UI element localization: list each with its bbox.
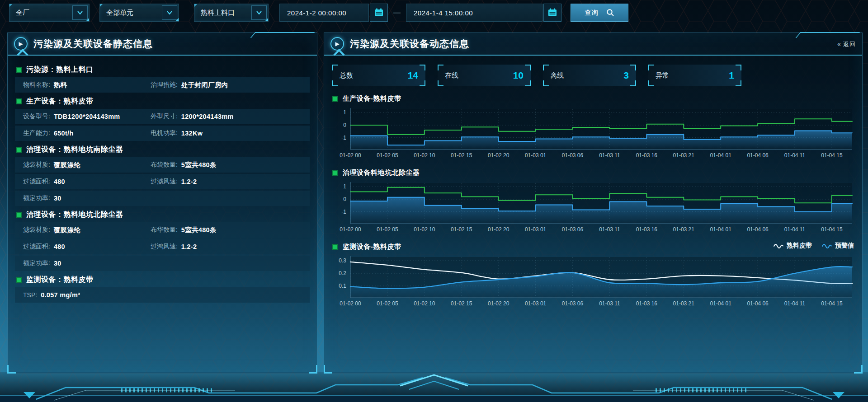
field-label: 设备型号:: [23, 112, 50, 121]
section-header-label: 治理设备：熟料地坑北除尘器: [26, 210, 123, 220]
section-header-label: 治理设备：熟料地坑南除尘器: [26, 145, 123, 154]
svg-text:01-02 00: 01-02 00: [340, 300, 361, 307]
stat-value: 3: [623, 70, 629, 81]
source-select[interactable]: 熟料上料口: [194, 4, 269, 22]
corner-bracket: [543, 65, 549, 70]
info-cell: 滤袋材质:覆膜涤纶: [15, 161, 151, 169]
green-square-icon: [16, 277, 22, 283]
chart-block: 生产设备-熟料皮带10-101-02 0001-02 0501-02 1001-…: [331, 93, 855, 160]
corner-bracket: [420, 80, 425, 86]
info-row: 额定功率:30: [15, 191, 310, 206]
unit-select[interactable]: 全部单元: [99, 4, 179, 22]
green-square-icon: [332, 170, 338, 176]
chart-block: 治理设备料地坑北除尘器10-101-02 0001-02 0501-02 100…: [331, 167, 855, 234]
green-square-icon: [332, 244, 338, 250]
corner-bracket: [420, 65, 425, 70]
field-value: 0.057 mg/m³: [41, 291, 80, 299]
chart-title: 监测设备-熟料皮带: [343, 243, 401, 251]
section-header: 监测设备：熟料皮带: [15, 273, 310, 286]
field-label: 过滤面积:: [23, 178, 50, 186]
query-button[interactable]: 查询: [571, 4, 628, 22]
field-label: 额定功率:: [23, 259, 50, 267]
field-label: 过滤面积:: [23, 243, 50, 251]
green-square-icon: [332, 96, 338, 102]
chevron-down-icon: [251, 5, 267, 20]
info-row: 设备型号:TDB1200*204143mm外型尺寸:1200*204143mm: [15, 109, 310, 124]
corner-bracket: [438, 65, 443, 70]
svg-text:01-02 20: 01-02 20: [488, 300, 509, 307]
section-header: 治理设备：熟料地坑北除尘器: [15, 208, 310, 221]
end-date-calendar-button[interactable]: [543, 4, 561, 22]
corner-bracket: [630, 65, 636, 70]
field-value: 熟料: [54, 81, 67, 89]
svg-text:01-04 06: 01-04 06: [747, 226, 769, 233]
svg-text:0: 0: [343, 196, 346, 202]
wave-line-icon: [774, 243, 783, 248]
start-date-calendar-button[interactable]: [370, 4, 388, 22]
svg-text:01-02 05: 01-02 05: [377, 152, 398, 159]
info-row: 滤袋材质:覆膜涤纶布袋数量:5室共480条: [15, 157, 310, 173]
field-label: 布袋数量:: [151, 161, 178, 169]
info-cell: 过滤面积:480: [15, 243, 151, 251]
svg-text:01-03 01: 01-03 01: [525, 300, 547, 307]
section-header: 污染源：熟料上料口: [15, 63, 310, 76]
svg-text:-1: -1: [341, 209, 346, 215]
corner-bracket: [525, 80, 531, 86]
svg-text:01-03 11: 01-03 11: [599, 226, 620, 233]
chart-legend: 熟料皮带预警信: [774, 242, 854, 250]
field-value: 480: [54, 178, 65, 185]
plant-select[interactable]: 全厂: [9, 4, 90, 22]
chart-canvas: 10-101-02 0001-02 0501-02 1001-02 1501-0…: [331, 107, 855, 160]
corner-bracket: [543, 80, 549, 86]
chart-header: 治理设备料地坑北除尘器: [331, 167, 855, 178]
svg-text:01-02 15: 01-02 15: [451, 152, 472, 159]
svg-text:01-03 06: 01-03 06: [562, 300, 584, 307]
info-cell: 设备型号:TDB1200*204143mm: [15, 112, 151, 121]
info-cell: 额定功率:30: [15, 194, 151, 202]
field-label: 过滤风速:: [151, 178, 178, 186]
field-value: 5室共480条: [181, 226, 217, 234]
info-cell: 布华数量:5室共480条: [151, 226, 310, 234]
stat-value: 1: [729, 70, 734, 81]
svg-text:0.1: 0.1: [339, 283, 346, 289]
dynamic-info-body: 总数14在线10离线3异常1 生产设备-熟料皮带10-101-02 0001-0…: [324, 56, 862, 309]
field-value: 处于封闭厂房内: [181, 81, 228, 89]
svg-text:01-04 01: 01-04 01: [710, 300, 732, 307]
calendar-icon: [374, 8, 384, 18]
svg-text:01-04 11: 01-04 11: [784, 152, 806, 159]
svg-text:01-02 10: 01-02 10: [414, 300, 435, 307]
field-value: 30: [54, 260, 61, 267]
field-value: 1.2-2: [181, 178, 197, 185]
play-icon: ▶: [330, 37, 344, 51]
end-date-input[interactable]: 2024-1-4 15:00:00: [406, 4, 542, 22]
back-button[interactable]: « 返回: [837, 40, 856, 48]
legend-label: 预警信: [835, 242, 854, 250]
svg-text:0.2: 0.2: [339, 270, 346, 276]
legend-label: 熟料皮带: [787, 242, 812, 250]
stat-label: 离线: [550, 71, 564, 80]
field-label: 电机功率:: [151, 129, 178, 137]
svg-text:1: 1: [343, 183, 346, 190]
corner-bracket: [648, 80, 654, 86]
svg-text:01-02 10: 01-02 10: [414, 226, 435, 233]
field-value: 1.2-2: [181, 243, 197, 250]
start-date-input[interactable]: 2024-1-2 00:00:00: [279, 4, 369, 22]
field-value: 132Kw: [181, 130, 203, 137]
field-value: 480: [54, 243, 65, 250]
field-label: 治理措施:: [151, 81, 178, 89]
field-label: 过鸿风速:: [151, 243, 178, 251]
svg-text:01-04 11: 01-04 11: [784, 226, 806, 233]
static-info-header: ▶ 污染源及关联设备静态信息: [8, 33, 317, 56]
stat-value: 14: [408, 70, 418, 81]
charts-area: 生产设备-熟料皮带10-101-02 0001-02 0501-02 1001-…: [331, 93, 855, 309]
info-cell: 滤袋材质:覆膜涤纶: [15, 226, 151, 234]
play-icon: ▶: [14, 37, 28, 51]
legend-item[interactable]: 预警信: [822, 242, 854, 250]
info-row: 过滤面积:480过滤风速:1.2-2: [15, 174, 310, 189]
field-value: 覆膜涤纶: [54, 226, 80, 234]
info-cell: 生产能力:650t/h: [15, 129, 151, 137]
section-header: 生产设备：熟料皮带: [15, 94, 310, 108]
legend-item[interactable]: 熟料皮带: [774, 242, 812, 250]
section-header-label: 生产设备：熟料皮带: [26, 97, 94, 106]
info-row: 过滤面积:480过鸿风速:1.2-2: [15, 239, 310, 254]
